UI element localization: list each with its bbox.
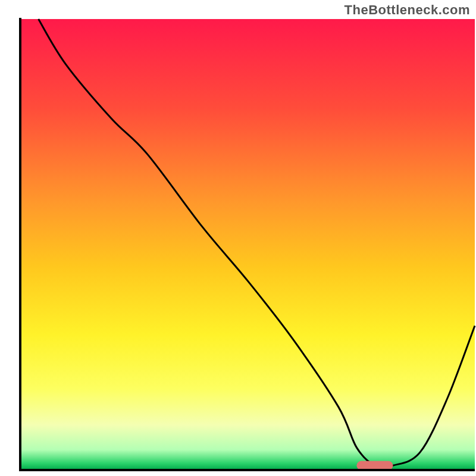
plot-background xyxy=(20,19,475,470)
optimal-marker xyxy=(356,461,393,470)
chart-svg xyxy=(0,0,476,476)
bottleneck-chart: TheBottleneck.com xyxy=(0,0,476,476)
